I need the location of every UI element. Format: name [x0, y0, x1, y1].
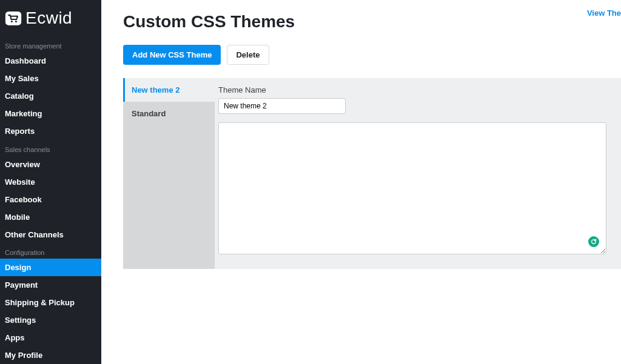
section-configuration: Configuration — [0, 244, 101, 259]
logo-text: Ecwid — [25, 8, 72, 28]
section-store-management: Store management — [0, 38, 101, 52]
view-the-link[interactable]: View The — [587, 8, 621, 18]
nav-my-profile[interactable]: My Profile — [0, 346, 101, 364]
themes-panel: New theme 2 Standard Theme Name — [123, 78, 621, 269]
add-new-css-theme-button[interactable]: Add New CSS Theme — [123, 45, 221, 65]
theme-name-input[interactable] — [218, 98, 346, 114]
logo[interactable]: Ecwid — [0, 0, 101, 38]
svg-point-2 — [15, 21, 17, 22]
nav-payment[interactable]: Payment — [0, 276, 101, 294]
page-title: Custom CSS Themes — [123, 12, 621, 31]
nav-mobile[interactable]: Mobile — [0, 208, 101, 226]
nav-my-sales[interactable]: My Sales — [0, 70, 101, 87]
section-sales-channels: Sales channels — [0, 141, 101, 156]
nav-marketing[interactable]: Marketing — [0, 105, 101, 122]
action-row: Add New CSS Theme Delete — [123, 45, 621, 65]
main-content: View The Custom CSS Themes Add New CSS T… — [101, 0, 621, 364]
nav-dashboard[interactable]: Dashboard — [0, 52, 101, 70]
css-textarea[interactable] — [218, 122, 606, 254]
cart-icon — [5, 11, 22, 25]
theme-editor: Theme Name — [215, 78, 621, 269]
svg-rect-0 — [5, 12, 21, 25]
nav-overview[interactable]: Overview — [0, 156, 101, 173]
nav-shipping-pickup[interactable]: Shipping & Pickup — [0, 294, 101, 311]
theme-list-item[interactable]: Standard — [123, 102, 215, 125]
sidebar: Ecwid Store management Dashboard My Sale… — [0, 0, 101, 364]
nav-settings[interactable]: Settings — [0, 311, 101, 329]
theme-name-label: Theme Name — [218, 85, 606, 94]
nav-apps[interactable]: Apps — [0, 329, 101, 346]
theme-list: New theme 2 Standard — [123, 78, 215, 269]
nav-reports[interactable]: Reports — [0, 122, 101, 140]
theme-list-item-active[interactable]: New theme 2 — [123, 78, 215, 102]
nav-facebook[interactable]: Facebook — [0, 191, 101, 208]
svg-point-1 — [11, 21, 13, 22]
nav-catalog[interactable]: Catalog — [0, 87, 101, 105]
theme-list-fill — [123, 125, 215, 269]
nav-website[interactable]: Website — [0, 173, 101, 191]
delete-button[interactable]: Delete — [227, 45, 269, 65]
nav-design[interactable]: Design — [0, 259, 101, 276]
nav-other-channels[interactable]: Other Channels — [0, 226, 101, 243]
